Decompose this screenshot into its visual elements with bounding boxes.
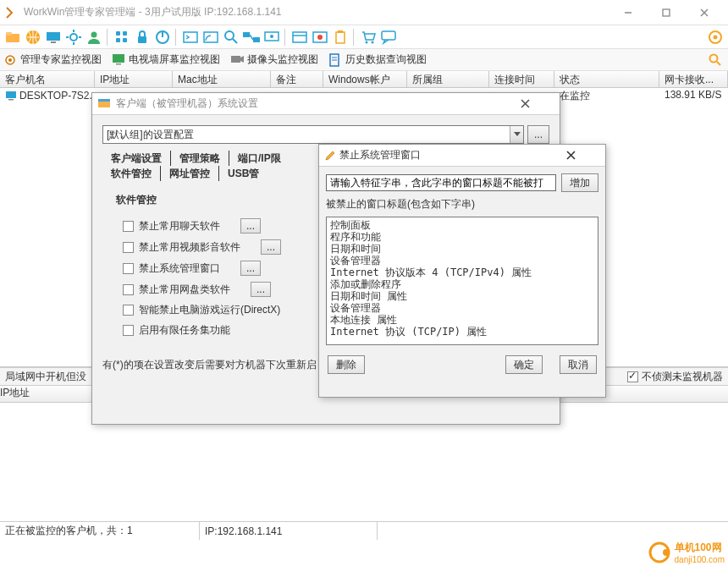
cancel-button[interactable]: 取消 xyxy=(560,355,597,374)
col-host[interactable]: 客户机名 xyxy=(0,71,95,87)
status-ip: IP:192.168.1.141 xyxy=(200,522,378,540)
col-remark[interactable]: 备注 xyxy=(271,71,323,87)
checkbox-icon xyxy=(123,221,134,232)
dialog2-close-button[interactable] xyxy=(566,151,600,160)
more-button[interactable]: ... xyxy=(261,239,281,255)
maximize-button[interactable] xyxy=(647,1,685,25)
svg-rect-27 xyxy=(253,37,260,42)
svg-rect-15 xyxy=(116,31,120,36)
checkbox-icon xyxy=(123,325,134,336)
terminal-icon[interactable] xyxy=(181,28,200,47)
tab-history-view[interactable]: 历史数据查询视图 xyxy=(328,52,427,67)
svg-point-38 xyxy=(372,41,374,43)
tab-policy[interactable]: 管理策略 xyxy=(171,151,229,166)
svg-point-43 xyxy=(8,58,12,62)
svg-marker-47 xyxy=(240,56,244,63)
globe-icon[interactable] xyxy=(24,28,42,47)
user-icon[interactable] xyxy=(85,28,103,47)
col-winuser[interactable]: Windows帐户 xyxy=(323,71,407,87)
window-titlebar: WorkWin管理专家管理端 - 3用户试用版 IP:192.168.1.141 xyxy=(0,0,728,25)
search-icon[interactable] xyxy=(706,51,725,69)
svg-rect-44 xyxy=(113,54,124,63)
add-button[interactable]: 增加 xyxy=(561,173,598,192)
col-conn[interactable]: 连接时间 xyxy=(489,71,554,87)
tab-port-ip[interactable]: 端口/IP限 xyxy=(229,151,290,166)
lan-col-ip[interactable]: IP地址 xyxy=(0,386,59,402)
chat-icon[interactable] xyxy=(379,28,398,47)
forbid-window-dialog: 禁止系统管理窗口 增加 被禁止的窗口标题(包含如下字串) 控制面板 程序和功能 … xyxy=(318,144,606,398)
gear-icon[interactable] xyxy=(64,28,83,47)
group-combobox[interactable]: [默认组]的设置配置 xyxy=(102,125,524,144)
pattern-list[interactable]: 控制面板 程序和功能 日期和时间 设备管理器 Internet 协议版本 4 (… xyxy=(326,217,598,345)
status-bar: 正在被监控的客户机，共：1 IP:192.168.1.141 xyxy=(0,521,728,540)
main-toolbar xyxy=(0,25,728,49)
lan-title: 局域网中开机但没 xyxy=(5,370,86,384)
svg-rect-26 xyxy=(243,32,250,37)
delete-button[interactable]: 删除 xyxy=(328,355,365,374)
config-icon[interactable] xyxy=(706,28,725,47)
watermark-icon xyxy=(648,541,671,564)
more-button[interactable]: ... xyxy=(240,218,261,234)
svg-rect-18 xyxy=(123,38,127,42)
cart-icon[interactable] xyxy=(359,28,378,47)
screen-icon[interactable] xyxy=(262,28,281,47)
eye-icon xyxy=(3,53,17,67)
svg-point-24 xyxy=(225,31,234,40)
pencil-icon xyxy=(324,150,336,162)
status-text: 正在被监控的客户机，共：1 xyxy=(0,522,200,540)
record-icon[interactable] xyxy=(311,28,329,47)
pattern-input[interactable] xyxy=(326,174,556,191)
network-icon[interactable] xyxy=(242,28,261,47)
svg-rect-36 xyxy=(338,30,343,33)
dialog-close-button[interactable] xyxy=(521,99,554,108)
svg-rect-8 xyxy=(51,41,56,43)
monitor-icon[interactable] xyxy=(44,28,63,47)
window-title: WorkWin管理专家管理端 - 3用户试用版 IP:192.168.1.141 xyxy=(24,5,609,19)
window-icon[interactable] xyxy=(290,28,309,47)
pc-icon xyxy=(5,91,17,101)
dialog2-titlebar: 禁止系统管理窗口 xyxy=(319,145,605,167)
doc-icon xyxy=(328,53,342,67)
dialog-icon xyxy=(97,97,111,111)
more-button[interactable]: ... xyxy=(251,282,271,297)
tab-tvwall-view[interactable]: 电视墙屏幕监控视图 xyxy=(112,52,220,67)
svg-point-30 xyxy=(270,35,273,38)
tab-client-settings[interactable]: 客户端设置 xyxy=(102,151,171,166)
grid-icon[interactable] xyxy=(113,28,131,47)
camera-icon xyxy=(230,53,244,67)
zoom-icon[interactable] xyxy=(222,28,240,47)
col-ip[interactable]: IP地址 xyxy=(95,71,173,87)
svg-point-55 xyxy=(650,543,669,562)
tab-software[interactable]: 软件管控 xyxy=(102,166,161,181)
cast-icon[interactable] xyxy=(201,28,220,47)
lock-icon[interactable] xyxy=(133,28,152,47)
minimize-button[interactable] xyxy=(609,1,647,25)
folder-icon[interactable] xyxy=(3,28,22,47)
clipboard-icon[interactable] xyxy=(331,28,350,47)
checkbox-icon xyxy=(123,284,134,295)
tab-usb[interactable]: USB管 xyxy=(219,166,267,181)
svg-rect-23 xyxy=(204,32,218,42)
svg-rect-45 xyxy=(116,63,121,65)
tab-url[interactable]: 网址管控 xyxy=(161,166,219,181)
browse-button[interactable]: ... xyxy=(527,125,549,144)
power-icon[interactable] xyxy=(153,28,172,47)
more-button[interactable]: ... xyxy=(240,261,261,276)
col-status[interactable]: 状态 xyxy=(554,71,659,87)
tab-camera-view[interactable]: 摄像头监控视图 xyxy=(230,52,318,67)
close-button[interactable] xyxy=(685,1,723,25)
dialog-title: 客户端（被管理机器）系统设置 xyxy=(116,96,521,111)
col-netcard[interactable]: 网卡接收... xyxy=(659,71,728,87)
svg-rect-35 xyxy=(336,32,345,43)
ok-button[interactable]: 确定 xyxy=(505,355,543,374)
svg-point-51 xyxy=(710,54,718,62)
svg-point-56 xyxy=(663,549,670,556)
svg-point-9 xyxy=(70,34,77,41)
svg-rect-1 xyxy=(663,9,670,16)
tab-monitor-view[interactable]: 管理专家监控视图 xyxy=(3,52,102,67)
col-group[interactable]: 所属组 xyxy=(407,71,489,87)
svg-line-28 xyxy=(250,35,253,40)
grid-header: 客户机名 IP地址 Mac地址 备注 Windows帐户 所属组 连接时间 状态… xyxy=(0,71,728,88)
col-mac[interactable]: Mac地址 xyxy=(173,71,271,87)
unmonitor-checkbox[interactable]: 不侦测未监视机器 xyxy=(627,370,723,384)
